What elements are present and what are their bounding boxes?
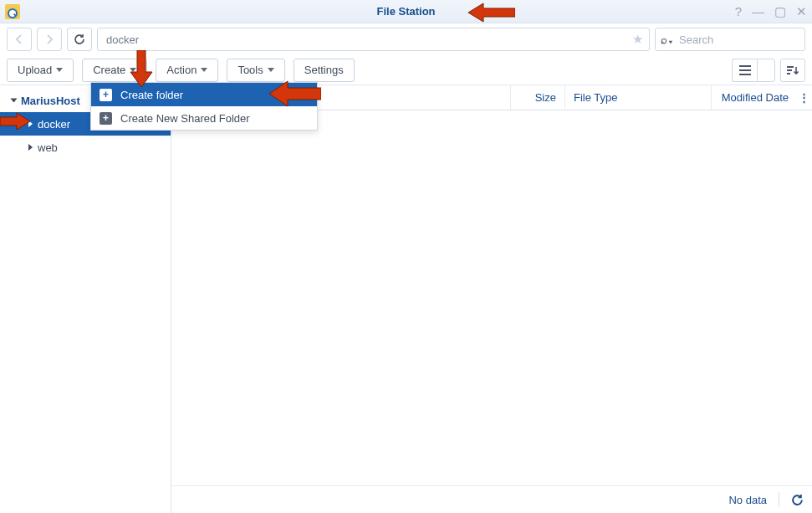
tools-button[interactable]: Tools — [227, 59, 284, 82]
forward-button[interactable] — [37, 28, 62, 51]
column-size[interactable]: Size — [511, 85, 565, 110]
svg-rect-3 — [787, 66, 794, 68]
search-wrap: ⌕▾ — [655, 28, 805, 51]
plus-icon: + — [100, 112, 112, 125]
expand-icon — [28, 144, 33, 151]
refresh-button[interactable] — [67, 28, 92, 51]
window-titlebar: File Station ? — ▢ ✕ — [0, 0, 812, 23]
tree-item-label: docker — [38, 118, 70, 131]
search-input[interactable] — [655, 28, 805, 51]
close-icon[interactable]: ✕ — [796, 5, 807, 18]
tools-label: Tools — [237, 64, 263, 76]
list-view-button[interactable] — [732, 59, 757, 82]
view-mode-group — [732, 59, 775, 82]
tree-item-label: web — [38, 141, 58, 154]
column-type[interactable]: File Type — [565, 85, 712, 110]
svg-rect-0 — [739, 65, 751, 67]
settings-label: Settings — [304, 64, 344, 76]
refresh-icon[interactable] — [791, 494, 804, 506]
file-list-area — [171, 110, 812, 486]
upload-button[interactable]: Upload — [7, 59, 74, 82]
minimize-icon[interactable]: — — [752, 5, 764, 18]
window-controls: ? — ▢ ✕ — [735, 5, 807, 18]
sort-icon — [787, 64, 799, 76]
svg-rect-1 — [739, 69, 751, 71]
toolbar-right — [732, 59, 805, 82]
svg-rect-4 — [787, 69, 792, 71]
plus-icon: + — [100, 89, 112, 101]
path-input[interactable] — [97, 28, 650, 51]
toolbar: Upload Create Action Tools Settings — [0, 55, 812, 85]
column-modified[interactable]: Modified Date — [712, 85, 795, 110]
app-icon — [5, 4, 20, 19]
create-label: Create — [93, 64, 125, 76]
view-mode-dropdown[interactable] — [757, 59, 775, 82]
expand-icon — [28, 121, 33, 127]
menu-create-folder[interactable]: + Create folder — [91, 83, 317, 106]
upload-label: Upload — [18, 64, 52, 76]
action-button[interactable]: Action — [156, 59, 218, 82]
caret-down-icon — [56, 68, 63, 72]
back-button[interactable] — [7, 28, 32, 51]
tree-root-label: MariusHost — [21, 95, 80, 107]
maximize-icon[interactable]: ▢ — [774, 5, 786, 18]
caret-down-icon — [201, 68, 207, 72]
status-bar: No data — [171, 486, 812, 513]
caret-down-icon — [130, 68, 136, 72]
create-dropdown: + Create folder + Create New Shared Fold… — [90, 82, 318, 131]
menu-label: Create folder — [120, 89, 183, 101]
settings-button[interactable]: Settings — [294, 59, 355, 82]
search-icon: ⌕▾ — [661, 33, 674, 46]
svg-rect-5 — [787, 73, 790, 74]
sort-button[interactable] — [780, 59, 805, 82]
help-icon[interactable]: ? — [735, 5, 742, 18]
create-button[interactable]: Create — [82, 59, 147, 82]
status-text: No data — [728, 494, 767, 506]
window-title: File Station — [376, 5, 435, 18]
expand-icon — [11, 99, 18, 103]
file-panel: Name Size File Type Modified Date ⋮ No d… — [171, 85, 812, 513]
path-input-wrap: ★ — [97, 28, 650, 51]
refresh-icon — [74, 33, 85, 45]
separator — [779, 492, 779, 507]
svg-rect-2 — [739, 74, 751, 75]
navigation-bar: ★ ⌕▾ — [0, 23, 812, 55]
folder-tree: MariusHost docker web — [0, 85, 171, 513]
menu-label: Create New Shared Folder — [120, 112, 250, 125]
caret-down-icon — [268, 68, 274, 72]
main-area: MariusHost docker web Name Size File Typ… — [0, 85, 812, 513]
action-label: Action — [166, 64, 197, 76]
tree-item-web[interactable]: web — [0, 136, 171, 159]
chevron-right-icon — [46, 34, 53, 44]
column-menu-icon[interactable]: ⋮ — [795, 85, 812, 110]
list-icon — [739, 65, 751, 75]
menu-create-shared-folder[interactable]: + Create New Shared Folder — [91, 106, 317, 130]
chevron-left-icon — [16, 34, 23, 44]
